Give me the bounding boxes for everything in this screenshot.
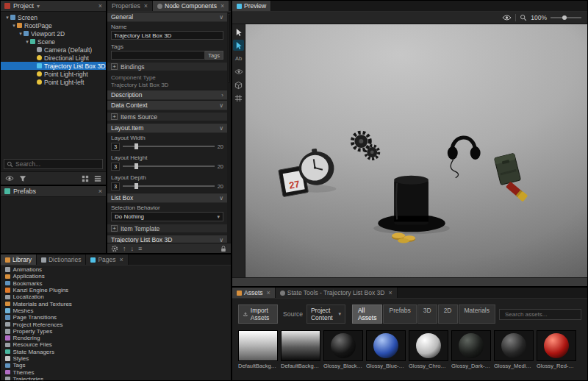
add-items-source-row[interactable]: +Items Source (107, 112, 227, 121)
sort-ascending-icon[interactable]: ↑ (123, 245, 126, 252)
library-item[interactable]: Property Types (1, 328, 231, 335)
library-item[interactable]: Trajectories (1, 376, 231, 381)
import-assets-button[interactable]: Import Assets (238, 305, 278, 324)
close-icon[interactable]: × (388, 289, 392, 296)
filter-button[interactable]: Prefabs (383, 305, 416, 324)
library-item[interactable]: Styles (1, 355, 231, 362)
tab-dictionaries[interactable]: Dictionaries (37, 254, 86, 265)
3d-viewport[interactable]: 27 (245, 24, 587, 277)
tab-node-components[interactable]: Node Components × (153, 1, 229, 11)
section-layout-item[interactable]: Layout.Item∨ (107, 123, 227, 133)
slider-handle[interactable] (135, 183, 138, 189)
asset-tile[interactable]: Glossy_Black-ma... (323, 330, 363, 369)
slider-handle[interactable] (135, 163, 138, 169)
section-trajectory-list-box-3d[interactable]: Trajectory List Box 3D∨ (107, 235, 227, 243)
tab-assets[interactable]: Assets × (232, 288, 276, 298)
library-item[interactable]: Localization (1, 293, 231, 300)
asset-tile[interactable]: Glossy_Dark-Gre... (451, 330, 491, 369)
asset-tile[interactable]: DefaultBackgrou... (238, 330, 278, 369)
tab-state-tools[interactable]: State Tools - Trajectory List Box 3D × (276, 288, 398, 298)
slider-handle[interactable] (135, 143, 138, 149)
slider[interactable] (123, 185, 215, 187)
asset-tile[interactable]: Glossy_Medium-... (494, 330, 534, 369)
prefabs-panel-header[interactable]: Prefabs × (1, 186, 106, 197)
tree-item[interactable]: ▾ Screen (1, 13, 106, 21)
library-item[interactable]: Materials and Textures (1, 300, 231, 307)
sort-descending-icon[interactable]: ↓ (131, 245, 135, 252)
library-item[interactable]: Meshes (1, 307, 231, 314)
scene-top-hat[interactable] (378, 176, 445, 232)
filter-button[interactable]: 2D (438, 305, 458, 324)
library-item[interactable]: Bookmarks (1, 280, 231, 287)
section-description[interactable]: Description› (107, 90, 227, 100)
zoom-slider[interactable] (551, 17, 581, 18)
scene-coins[interactable] (392, 233, 415, 243)
assets-search-input[interactable] (505, 311, 586, 318)
tree-item[interactable]: Directional Light (1, 54, 106, 62)
tab-preview[interactable]: Preview (232, 1, 271, 11)
gear-icon[interactable] (111, 245, 118, 252)
selection-behavior-dropdown[interactable]: Do Nothing▾ (111, 212, 223, 221)
add-item-template-row[interactable]: +Item Template (107, 224, 227, 233)
tab-pages[interactable]: Pages × (86, 254, 128, 265)
tree-item[interactable]: Trajectory List Box 3D (1, 62, 106, 70)
section-list-box[interactable]: List Box∨ (107, 193, 227, 203)
library-item[interactable]: Rendering (1, 335, 231, 341)
library-item[interactable]: Applications (1, 273, 231, 279)
section-data-context[interactable]: Data Context∨ (107, 100, 227, 110)
cube-tool-icon[interactable] (233, 79, 244, 90)
scene-headphones[interactable] (448, 138, 481, 178)
zoom-slider-handle[interactable] (562, 15, 567, 20)
close-icon[interactable]: × (98, 188, 102, 195)
slider[interactable] (123, 165, 215, 167)
library-item[interactable]: State Managers (1, 349, 231, 355)
project-panel-header[interactable]: Project ▾ × (1, 1, 106, 12)
library-item[interactable]: Resource Files (1, 341, 231, 348)
expander-icon[interactable]: ▾ (18, 31, 24, 37)
scene-shotgun-shell[interactable] (506, 181, 528, 202)
close-icon[interactable]: × (120, 256, 123, 263)
close-icon[interactable]: × (98, 2, 102, 10)
scene-gears[interactable] (352, 132, 379, 159)
eye-icon[interactable] (5, 175, 14, 182)
group-list-icon[interactable]: ≡ (138, 245, 142, 252)
eye-tool-icon[interactable] (233, 66, 244, 77)
panel-menu-icon[interactable]: ▾ (37, 3, 40, 10)
value-input[interactable]: 3 (111, 143, 120, 151)
name-input[interactable] (111, 31, 223, 40)
tree-item[interactable]: Point Light-right (1, 70, 106, 78)
library-item[interactable]: Themes (1, 368, 231, 375)
source-dropdown[interactable]: Project Content ▾ (306, 305, 345, 324)
filter-button[interactable]: Materials (459, 305, 495, 324)
slider[interactable] (123, 146, 215, 147)
value-input[interactable]: 3 (111, 182, 120, 190)
tab-library[interactable]: Library (1, 254, 37, 265)
expander-icon[interactable]: ▾ (24, 39, 30, 45)
scene-ammo-box[interactable] (494, 153, 520, 185)
tree-item[interactable]: ▾ Viewport 2D (1, 29, 106, 38)
list-view-icon[interactable] (94, 175, 101, 182)
project-search-field[interactable] (4, 159, 103, 169)
tree-item[interactable]: ▾ Scene (1, 38, 106, 46)
lock-icon[interactable] (220, 245, 227, 252)
grid-view-icon[interactable] (82, 175, 89, 182)
interact-tool-icon[interactable] (233, 40, 244, 51)
tree-item[interactable]: ▾ RootPage (1, 21, 106, 29)
scrollbar[interactable] (227, 12, 231, 243)
library-item[interactable]: Project References (1, 321, 231, 327)
asset-tile[interactable]: Glossy_Blue-mat... (366, 330, 406, 369)
search-input[interactable] (15, 160, 100, 168)
select-tool-icon[interactable] (233, 26, 244, 38)
filter-button[interactable]: 3D (417, 305, 437, 324)
section-general[interactable]: General∨ (107, 12, 227, 22)
value-input[interactable]: 3 (111, 163, 120, 171)
expander-icon[interactable]: ▾ (4, 15, 10, 21)
asset-tile[interactable]: Glossy_Chrome-... (409, 330, 448, 369)
expander-icon[interactable]: ▾ (11, 23, 17, 29)
tags-input[interactable] (111, 51, 205, 60)
library-item[interactable]: Kanzi Engine Plugins (1, 287, 231, 293)
tab-properties[interactable]: Properties × (107, 1, 153, 11)
library-item[interactable]: Page Transitions (1, 314, 231, 321)
filter-icon[interactable] (19, 175, 26, 182)
assets-search-field[interactable] (499, 309, 581, 320)
